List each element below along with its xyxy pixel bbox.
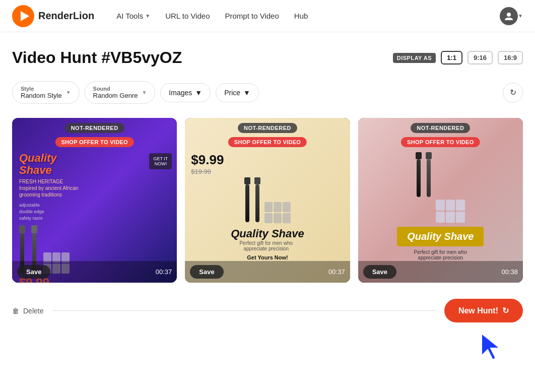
card-2-razor-body-1 <box>245 184 249 222</box>
card-2-shop-badge: SHOP OFFER TO VIDEO <box>228 137 307 147</box>
video-card-2[interactable]: $9.99 $19.99 <box>185 118 350 283</box>
price-filter[interactable]: Price ▼ <box>216 83 259 102</box>
display-as-label: DISPLAY AS <box>393 53 436 63</box>
c3b3 <box>456 200 465 211</box>
nav-url-to-video[interactable]: URL to Video <box>159 8 216 24</box>
razor-head-1 <box>19 225 25 233</box>
nav-prompt-to-video[interactable]: Prompt to Video <box>219 8 285 24</box>
card-1-shop-badge: SHOP OFFER TO VIDEO <box>55 137 133 147</box>
nav-ai-tools[interactable]: AI Tools ▼ <box>110 8 156 24</box>
display-as-group: DISPLAY AS 1:1 9:16 16:9 <box>393 51 523 64</box>
style-filter-inner: Style Random Style ▼ <box>21 86 71 99</box>
c2b1 <box>264 202 273 212</box>
bottom-divider <box>51 310 436 311</box>
card-2-price: $9.99 <box>191 152 224 168</box>
card-2-razor-head-1 <box>244 177 250 184</box>
card-3-status-badge: NOT-RENDERED <box>411 123 470 133</box>
card-3-razor-2 <box>426 152 432 197</box>
card-2-orig-price: $19.99 <box>191 168 224 175</box>
nav-prompt-to-video-label: Prompt to Video <box>225 12 279 20</box>
sound-filter[interactable]: Sound Random Genre ▼ <box>85 81 156 104</box>
trash-icon: 🗑 <box>12 307 19 315</box>
card-3-product-row <box>416 152 465 223</box>
style-filter-content: Style Random Style <box>21 86 62 99</box>
filters-refresh-button[interactable]: ↻ <box>503 83 523 103</box>
ratio-9-16-button[interactable]: 9:16 <box>467 51 493 64</box>
sound-filter-value: Random Genre <box>93 92 138 99</box>
card-3-save-button[interactable]: Save <box>363 265 396 279</box>
header: RenderLion AI Tools ▼ URL to Video Promp… <box>0 0 535 32</box>
card-3-razor-body-2 <box>427 159 431 197</box>
card-3-razor-head-1 <box>416 152 422 159</box>
card-3-product-title: Quality Shave <box>407 231 474 242</box>
card-2-duration: 00:37 <box>328 268 345 276</box>
filters-row: Style Random Style ▼ Sound Random Genre … <box>12 81 523 104</box>
new-hunt-label: New Hunt! <box>458 306 498 315</box>
style-filter-value: Random Style <box>21 92 62 99</box>
svg-point-2 <box>507 13 511 17</box>
card-2-status-badge: NOT-RENDERED <box>238 123 297 133</box>
header-right: ▼ <box>500 7 523 25</box>
delete-label: Delete <box>23 307 43 315</box>
card-1-status-badge: NOT-RENDERED <box>65 123 124 133</box>
card-3-razor-body-1 <box>417 159 421 197</box>
c2b3 <box>283 202 291 212</box>
new-hunt-button[interactable]: New Hunt! ↻ <box>444 299 523 322</box>
sound-filter-content: Sound Random Genre <box>93 86 138 99</box>
images-filter[interactable]: Images ▼ <box>160 83 211 102</box>
sound-filter-label: Sound <box>93 86 138 92</box>
nav-ai-tools-chevron: ▼ <box>145 13 150 19</box>
logo-icon <box>12 5 34 27</box>
price-filter-chevron-icon: ▼ <box>243 89 250 97</box>
card-2-blades <box>264 202 291 223</box>
ratio-1-1-button[interactable]: 1:1 <box>441 51 462 64</box>
c2b4 <box>264 213 273 223</box>
video-card-1[interactable]: QualityShave FRESH HERITAGEInspired by a… <box>12 118 177 283</box>
refresh-icon: ↻ <box>510 88 516 97</box>
card-1-footer: Save 00:37 <box>12 261 177 283</box>
ratio-16-9-button[interactable]: 16:9 <box>498 51 523 64</box>
card-1-product-brand: FRESH HERITAGEInspired by ancient Africa… <box>19 178 78 198</box>
card-3-title-box: Quality Shave <box>397 227 484 246</box>
c3b6 <box>456 212 465 223</box>
sound-filter-chevron-icon: ▼ <box>142 90 147 95</box>
nav-hub-label: Hub <box>294 12 308 20</box>
card-1-product-title: QualityShave <box>19 152 57 176</box>
card-2-save-button[interactable]: Save <box>190 265 223 279</box>
style-filter[interactable]: Style Random Style ▼ <box>12 81 80 104</box>
card-2-cta: Get Yours Now! <box>231 254 304 260</box>
card-3-blades <box>436 200 465 223</box>
c2b5 <box>274 213 282 223</box>
card-2-product-title: Quality Shave <box>231 227 304 240</box>
card-2-razor-1 <box>244 177 250 222</box>
card-3-razor-1 <box>416 152 422 197</box>
nav: AI Tools ▼ URL to Video Prompt to Video … <box>110 8 500 24</box>
user-avatar[interactable] <box>500 7 518 25</box>
images-filter-label: Images <box>169 89 192 97</box>
card-1-duration: 00:37 <box>156 268 172 276</box>
c3b1 <box>436 200 445 211</box>
user-icon <box>504 11 514 21</box>
sound-filter-inner: Sound Random Genre ▼ <box>93 86 147 99</box>
nav-hub[interactable]: Hub <box>288 8 314 24</box>
nav-url-to-video-label: URL to Video <box>165 12 210 20</box>
card-2-product-row <box>244 177 291 223</box>
page-title: Video Hunt #VB5vyOZ <box>12 48 182 67</box>
delete-button[interactable]: 🗑 Delete <box>12 303 43 319</box>
logo[interactable]: RenderLion <box>12 5 94 27</box>
video-card-3[interactable]: Quality Shave Perfect gift for men who a… <box>358 118 523 283</box>
card-2-footer: Save 00:37 <box>185 261 350 283</box>
cards-grid: QualityShave FRESH HERITAGEInspired by a… <box>12 118 523 283</box>
card-2-price-area: $9.99 $19.99 <box>191 152 224 175</box>
c3b5 <box>446 212 455 223</box>
user-dropdown-chevron[interactable]: ▼ <box>518 13 523 19</box>
style-filter-chevron-icon: ▼ <box>66 90 71 95</box>
card-3-subtitle: Perfect gift for men who appreciate prec… <box>405 249 476 260</box>
card-3-razor-head-2 <box>426 152 432 159</box>
card-1-save-button[interactable]: Save <box>17 265 50 279</box>
images-filter-chevron-icon: ▼ <box>195 89 202 97</box>
razor-head-2 <box>31 225 37 233</box>
card-2-product-subtitle: Perfect gift for men who appreciate prec… <box>231 240 301 251</box>
card-3-duration: 00:38 <box>501 268 518 276</box>
c3b2 <box>446 200 455 211</box>
